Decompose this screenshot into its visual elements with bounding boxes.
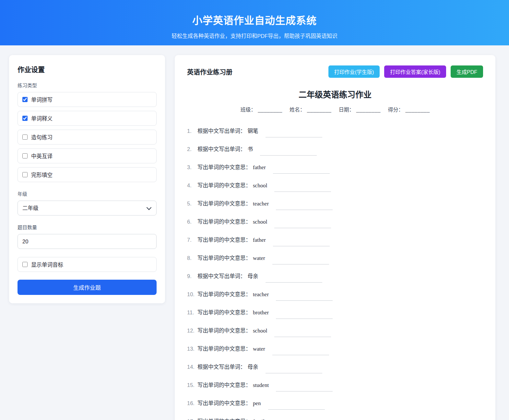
exercise-type-checkbox[interactable] <box>22 134 28 140</box>
question-word: brother <box>253 309 269 316</box>
app-subtitle: 轻松生成各种英语作业，支持打印和PDF导出，帮助孩子巩固英语知识 <box>0 32 509 40</box>
question-prompt: 写出单词的中文意思： <box>197 328 251 333</box>
generate-homework-button[interactable]: 生成作业题 <box>18 280 157 295</box>
name-label: 姓名： <box>290 107 305 112</box>
question-row: 12.写出单词的中文意思：school <box>187 326 483 335</box>
question-row: 10.写出单词的中文意思：teacher <box>187 290 483 299</box>
question-number: 1. <box>187 128 197 134</box>
question-row: 13.写出单词的中文意思：water <box>187 344 483 354</box>
question-number: 12. <box>187 328 197 334</box>
question-row: 17.写出单词的中文意思：family <box>187 417 483 420</box>
question-number: 5. <box>187 201 197 207</box>
page: 小学英语作业自动生成系统 轻松生成各种英语作业，支持打印和PDF导出，帮助孩子巩… <box>0 0 509 420</box>
date-label: 日期： <box>339 107 354 112</box>
question-prompt: 写出单词的中文意思： <box>197 219 251 225</box>
exercise-type-option[interactable]: 造句练习 <box>18 130 157 145</box>
worksheet-info-line: 班级：________ 姓名：________ 日期：________ 得分：_… <box>187 105 483 113</box>
question-word: teacher <box>253 201 269 207</box>
question-word: water <box>253 255 265 261</box>
exercise-type-option-label: 单词拼写 <box>31 96 53 103</box>
question-prompt: 根据中文写出单词： <box>197 364 246 370</box>
phonetic-label: 显示单词音标 <box>31 261 63 268</box>
exercise-type-list: 单词拼写 单词释义 造句练习 中英互译 完形填空 <box>18 92 157 182</box>
question-word: 母亲 <box>248 364 258 370</box>
worksheet-panel: 英语作业练习册 打印作业(学生版) 打印作业答案(家长版) 生成PDF 二年级英… <box>175 55 495 420</box>
grade-select-wrap: 二年级 <box>18 201 157 216</box>
question-row: 2.根据中文写出单词：书 <box>187 145 483 154</box>
date-blank: ________ <box>356 107 381 112</box>
class-label: 班级： <box>240 107 256 112</box>
question-number: 4. <box>187 182 197 189</box>
question-prompt: 写出单词的中文意思： <box>197 201 251 206</box>
exercise-type-checkbox[interactable] <box>22 172 28 177</box>
question-row: 15.写出单词的中文意思：student <box>187 381 483 390</box>
answer-blank <box>273 239 330 246</box>
question-word: 书 <box>248 146 253 152</box>
question-number: 2. <box>187 146 197 152</box>
exercise-type-option-label: 中英互译 <box>31 152 53 160</box>
question-row: 7.写出单词的中文意思：father <box>187 236 483 245</box>
question-prompt: 写出单词的中文意思： <box>197 164 251 170</box>
question-word: 母亲 <box>248 273 258 279</box>
answer-blank <box>276 294 333 301</box>
question-row: 8.写出单词的中文意思：water <box>187 254 483 263</box>
question-prompt: 根据中文写出单词： <box>197 146 246 152</box>
score-label: 得分： <box>388 107 403 112</box>
question-word: father <box>253 164 266 170</box>
app-header: 小学英语作业自动生成系统 轻松生成各种英语作业，支持打印和PDF导出，帮助孩子巩… <box>0 0 509 45</box>
question-word: 钢笔 <box>248 128 258 134</box>
question-number: 10. <box>187 291 197 298</box>
question-prompt: 写出单词的中文意思： <box>197 382 251 388</box>
question-row: 5.写出单词的中文意思：teacher <box>187 199 483 208</box>
question-row: 6.写出单词的中文意思：school <box>187 217 483 227</box>
answer-blank <box>272 257 329 264</box>
answer-blank <box>274 330 331 337</box>
question-number: 6. <box>187 219 197 225</box>
settings-title: 作业设置 <box>18 64 157 74</box>
question-word: pen <box>253 400 261 406</box>
question-row: 1.根据中文写出单词：钢笔 <box>187 127 483 136</box>
answer-blank <box>266 366 322 373</box>
question-prompt: 写出单词的中文意思： <box>197 418 251 420</box>
question-number: 14. <box>187 364 197 370</box>
question-word: father <box>253 237 266 243</box>
question-number: 15. <box>187 382 197 388</box>
exercise-type-option[interactable]: 完形填空 <box>18 167 157 182</box>
answer-blank <box>260 148 317 156</box>
question-count-label: 题目数量 <box>18 224 157 230</box>
exercise-type-option[interactable]: 中英互译 <box>18 148 157 163</box>
exercise-type-checkbox[interactable] <box>22 153 28 158</box>
print-parent-answers-button[interactable]: 打印作业答案(家长版) <box>384 65 446 78</box>
question-word: school <box>253 182 267 189</box>
question-prompt: 写出单词的中文意思： <box>197 291 251 297</box>
question-number: 17. <box>187 418 197 420</box>
app-title: 小学英语作业自动生成系统 <box>0 12 509 27</box>
exercise-type-checkbox[interactable] <box>22 116 28 121</box>
question-number: 16. <box>187 400 197 406</box>
phonetic-checkbox[interactable] <box>22 262 28 267</box>
question-count-input[interactable] <box>18 234 157 249</box>
phonetic-option-row[interactable]: 显示单词音标 <box>18 257 157 272</box>
worksheet-actions: 打印作业(学生版) 打印作业答案(家长版) 生成PDF <box>328 65 483 78</box>
exercise-type-option-label: 完形填空 <box>31 171 53 179</box>
question-prompt: 写出单词的中文意思： <box>197 400 251 406</box>
question-prompt: 写出单词的中文意思： <box>197 309 251 315</box>
exercise-type-option[interactable]: 单词释义 <box>18 111 157 126</box>
question-prompt: 写出单词的中文意思： <box>197 255 251 261</box>
question-prompt: 根据中文写出单词： <box>197 128 246 134</box>
question-row: 16.写出单词的中文意思：pen <box>187 399 483 408</box>
question-row: 3.写出单词的中文意思：father <box>187 163 483 172</box>
question-word: water <box>253 346 265 352</box>
answer-blank <box>276 203 333 210</box>
print-student-button[interactable]: 打印作业(学生版) <box>328 65 380 78</box>
exercise-type-checkbox[interactable] <box>22 97 28 102</box>
question-word: family <box>253 418 267 420</box>
question-number: 11. <box>187 309 197 316</box>
generate-pdf-button[interactable]: 生成PDF <box>451 65 483 78</box>
question-word: student <box>253 382 269 388</box>
question-word: teacher <box>253 291 269 298</box>
question-number: 13. <box>187 346 197 352</box>
grade-select[interactable]: 二年级 <box>18 201 157 216</box>
question-row: 9.根据中文写出单词：母亲 <box>187 272 483 281</box>
exercise-type-option[interactable]: 单词拼写 <box>18 92 157 107</box>
